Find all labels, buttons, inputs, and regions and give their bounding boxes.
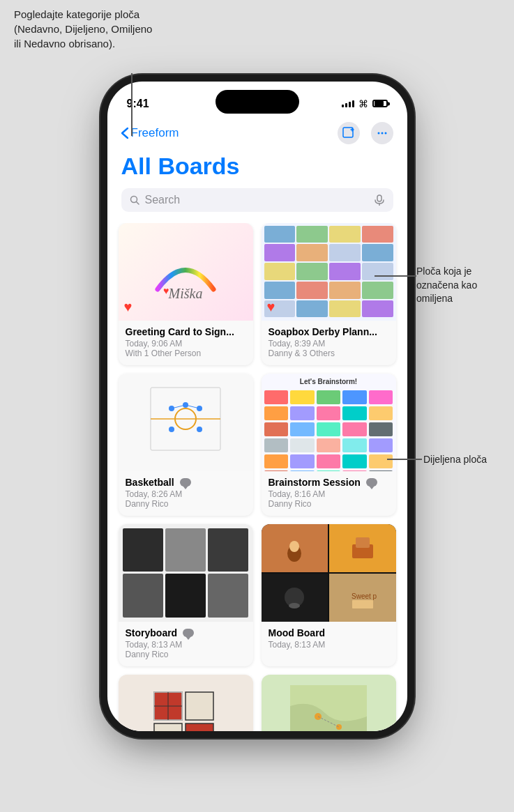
soap-cell-13 [296, 282, 328, 299]
favorite-heart-soapbox-derby: ♥ [267, 299, 275, 315]
svg-text:♥: ♥ [163, 285, 169, 296]
sticky-10 [264, 422, 289, 436]
search-bar[interactable]: Search [121, 188, 393, 212]
svg-point-3 [377, 132, 379, 134]
svg-rect-40 [154, 723, 182, 731]
board-name-greeting-card: Greeting Card to Sign... [126, 326, 246, 337]
new-board-button[interactable] [338, 122, 360, 144]
annotation-top: Pogledajte kategorije ploča (Nedavno, Di… [14, 7, 160, 51]
board-date-basketball: Today, 8:26 AM [126, 489, 246, 499]
sticky-14 [369, 422, 393, 436]
annotation-line-top [131, 73, 133, 136]
board-date-brainstorm-session: Today, 8:16 AM [269, 489, 389, 499]
board-info-greeting-card: Greeting Card to Sign...Today, 9:06 AMWi… [119, 321, 253, 365]
board-author-brainstorm-session: Danny Rico [269, 499, 389, 509]
board-card-basketball[interactable]: BasketballToday, 8:26 AMDanny Rico [119, 374, 253, 516]
sticky-15 [264, 438, 289, 452]
board-card-map[interactable]: Map [262, 675, 396, 731]
shared-icon-brainstorm-session [366, 478, 377, 487]
svg-text:Miška: Miška [168, 286, 203, 300]
story-panel-3 [123, 574, 163, 618]
sticky2-2 [317, 454, 341, 468]
board-name-storyboard: Storyboard [126, 627, 246, 638]
sticky-5 [264, 406, 289, 420]
sticky-2 [317, 390, 341, 404]
annotation-line-right-1 [375, 275, 416, 277]
board-thumb-soapbox-derby: ♥ [262, 223, 396, 321]
story-panel-4 [165, 574, 206, 618]
phone: 9:41 ⌘ Freeform [107, 82, 407, 731]
sticky-4 [369, 390, 393, 404]
mood-img-2 [280, 583, 308, 611]
sticky-19 [369, 438, 393, 452]
board-card-storyboard[interactable]: StoryboardToday, 8:13 AMDanny Rico [119, 524, 253, 666]
story-panel-2 [208, 528, 248, 572]
chevron-left-icon [121, 128, 128, 139]
sticky2-8 [342, 470, 367, 471]
more-button[interactable] [371, 122, 393, 144]
board-card-talavera-tiles[interactable]: TALAVERA Talavera Tiles [119, 675, 253, 731]
soap-cell-2 [329, 226, 361, 243]
board-date-mood-board: Today, 8:13 AM [269, 640, 389, 650]
board-card-mood-board[interactable]: Sweet palettes Mood BoardToday, 8:13 AM [262, 524, 396, 666]
board-info-mood-board: Mood BoardToday, 8:13 AM [262, 622, 396, 657]
wifi-icon: ⌘ [358, 98, 368, 109]
nav-back-label: Freeform [131, 126, 179, 140]
annotation-right-1: Ploča koja je označena kao omiljena [416, 265, 507, 306]
soap-cell-6 [329, 244, 361, 261]
nav-bar: Freeform [107, 116, 407, 150]
svg-point-18 [169, 427, 174, 432]
map-thumb [290, 685, 367, 731]
brainstorm-label: Let's Brainstorm! [300, 378, 357, 385]
board-info-brainstorm-session: Brainstorm SessionToday, 8:16 AMDanny Ri… [262, 471, 396, 516]
soap-cell-4 [264, 244, 296, 261]
board-card-soapbox-derby[interactable]: ♥Soapbox Derby Plann...Today, 8:39 AMDan… [262, 223, 396, 365]
signal-bar-2 [345, 103, 347, 107]
search-input[interactable]: Search [145, 194, 368, 206]
story-panel-5 [208, 574, 248, 618]
soap-cell-3 [362, 226, 393, 243]
page-title: All Boards [107, 150, 407, 188]
mood-cell-2 [262, 574, 328, 622]
svg-point-4 [381, 132, 383, 134]
soap-cell-9 [296, 263, 328, 280]
greeting-thumb-art: Miška ♥ [151, 244, 220, 300]
nav-back-button[interactable]: Freeform [121, 126, 179, 140]
svg-point-19 [197, 427, 202, 432]
board-name-mood-board: Mood Board [269, 627, 389, 638]
mic-icon [374, 194, 385, 206]
board-thumb-mood-board: Sweet palettes [262, 524, 396, 622]
nav-actions [338, 122, 393, 144]
board-date-storyboard: Today, 8:13 AM [126, 640, 246, 650]
board-card-brainstorm-session[interactable]: Let's Brainstorm!Brainstorm SessionToday… [262, 374, 396, 516]
mood-cell-0 [262, 524, 328, 572]
soap-cell-14 [329, 282, 361, 299]
board-card-greeting-card[interactable]: Miška ♥ ♥Greeting Card to Sign...Today, … [119, 223, 253, 365]
board-author-storyboard: Danny Rico [126, 650, 246, 659]
battery-fill [375, 101, 384, 106]
status-icons: ⌘ [342, 98, 388, 109]
sticky-9 [369, 406, 393, 420]
sticky2-1 [290, 454, 315, 468]
phone-wrapper: Pogledajte kategorije ploča (Nedavno, Di… [0, 0, 514, 812]
svg-text:Sweet palettes: Sweet palettes [352, 592, 377, 600]
soap-cell-17 [296, 300, 328, 318]
board-thumb-basketball [119, 374, 253, 471]
sticky2-3 [342, 454, 367, 468]
board-author-basketball: Danny Rico [126, 499, 246, 509]
sticky2-0 [264, 454, 289, 468]
shared-icon-storyboard [183, 629, 194, 637]
signal-bar-3 [349, 102, 351, 107]
sticky-16 [290, 438, 315, 452]
board-info-basketball: BasketballToday, 8:26 AMDanny Rico [119, 471, 253, 516]
sticky-1 [290, 390, 315, 404]
sticky-18 [342, 438, 367, 452]
sticky-13 [342, 422, 367, 436]
svg-rect-27 [356, 537, 370, 548]
board-name-soapbox-derby: Soapbox Derby Plann... [269, 326, 389, 337]
board-date-greeting-card: Today, 9:06 AM [126, 339, 246, 348]
sticky2-4 [369, 454, 393, 468]
board-thumb-storyboard [119, 524, 253, 622]
mood-cell-1 [329, 524, 396, 572]
annotation-right-2: Dijeljena ploča [423, 453, 507, 467]
